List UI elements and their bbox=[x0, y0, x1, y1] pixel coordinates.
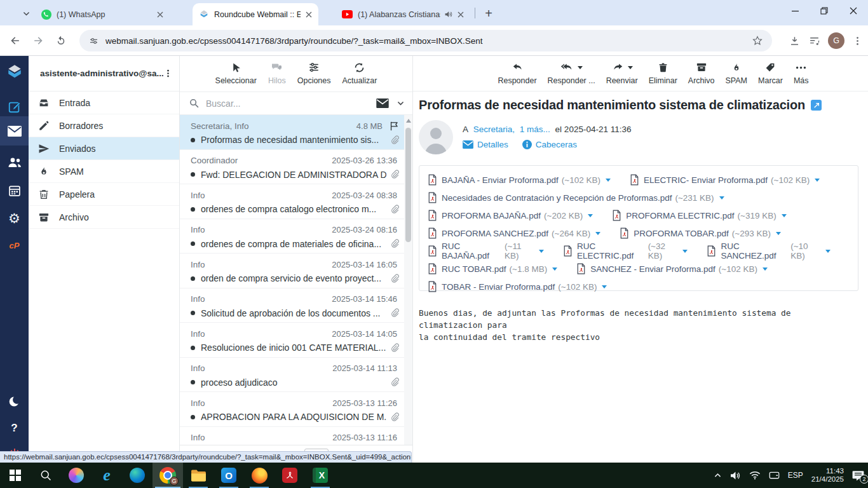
reply-all-button[interactable]: Responder ... bbox=[548, 60, 595, 85]
folder-archivo[interactable]: Archivo bbox=[29, 206, 179, 229]
folder-enviados[interactable]: Enviados bbox=[29, 137, 179, 160]
reply-button[interactable]: Responder bbox=[498, 60, 536, 85]
message-row[interactable]: Secretaria, Info4.8 MBProformas de neces… bbox=[180, 115, 405, 150]
download-icon[interactable] bbox=[789, 35, 801, 47]
rail-cpanel-button[interactable]: cP bbox=[0, 233, 29, 258]
attachment[interactable]: RUC ELECTRIC.pdf(~32 KB) bbox=[563, 241, 688, 261]
attachment-menu-caret[interactable] bbox=[552, 268, 557, 271]
attachment-menu-caret[interactable] bbox=[782, 214, 787, 217]
folder-borradores[interactable]: Borradores bbox=[29, 114, 179, 137]
open-in-new-window-icon[interactable] bbox=[811, 100, 822, 111]
attachment[interactable]: PROFORMA TOBAR.pdf(~293 KB) bbox=[620, 227, 781, 239]
tray-chevron-up-icon[interactable] bbox=[714, 471, 722, 480]
taskbar-acrobat-button[interactable] bbox=[275, 463, 305, 488]
threads-button[interactable]: Hilos bbox=[268, 60, 286, 85]
attachment-menu-caret[interactable] bbox=[588, 214, 593, 217]
attachment[interactable]: RUC BAJAÑA.pdf(~11 KB) bbox=[428, 241, 544, 261]
attachment[interactable]: PROFORMA SANCHEZ.pdf(~264 KB) bbox=[428, 227, 600, 239]
search-input[interactable] bbox=[206, 98, 376, 109]
compose-button[interactable] bbox=[0, 94, 29, 119]
taskbar-copilot-button[interactable] bbox=[61, 463, 92, 488]
folder-spam[interactable]: SPAM bbox=[29, 160, 179, 183]
attachment[interactable]: Necesidades de Contratación y Recepción … bbox=[428, 192, 724, 203]
notification-center-button[interactable]: 2 bbox=[852, 470, 864, 481]
attachment-menu-caret[interactable] bbox=[682, 250, 688, 253]
more-button[interactable]: Más bbox=[794, 60, 809, 85]
folder-entrada[interactable]: Entrada bbox=[29, 92, 179, 114]
forward-caret-icon[interactable] bbox=[628, 66, 633, 69]
message-row[interactable]: Info2025-03-24 08:16ordenes de compra de… bbox=[180, 219, 405, 254]
taskbar-ie-button[interactable]: e bbox=[92, 463, 122, 488]
language-indicator[interactable]: ESP bbox=[788, 471, 803, 480]
scrollbar-thumb[interactable] bbox=[405, 128, 411, 242]
back-icon[interactable] bbox=[8, 33, 23, 48]
taskbar-chrome-button[interactable]: G bbox=[153, 463, 183, 488]
search-options-chevron-icon[interactable] bbox=[397, 99, 405, 107]
message-row[interactable]: Coordinador2025-03-26 13:36Fwd: DELEGACI… bbox=[180, 150, 405, 185]
tab-search-button[interactable] bbox=[18, 5, 34, 22]
taskbar-search-button[interactable] bbox=[31, 463, 61, 488]
recipient-link[interactable]: Secretaria, bbox=[473, 125, 515, 134]
mark-button[interactable]: Marcar bbox=[758, 60, 783, 85]
forward-icon[interactable] bbox=[31, 33, 46, 48]
attachment[interactable]: BAJAÑA - Enviar Proforma.pdf(~102 KB) bbox=[428, 174, 611, 186]
attachment-menu-caret[interactable] bbox=[815, 179, 820, 182]
taskbar-edge-button[interactable] bbox=[122, 463, 153, 488]
options-button[interactable]: Opciones bbox=[297, 60, 331, 85]
attachment-menu-caret[interactable] bbox=[763, 268, 768, 271]
close-window-button[interactable] bbox=[839, 0, 868, 22]
spam-button[interactable]: SPAM bbox=[726, 60, 748, 85]
attachment-menu-caret[interactable] bbox=[719, 196, 724, 200]
message-row[interactable]: Info2025-03-14 15:46Solicitud de aprobac… bbox=[180, 288, 405, 323]
reply-all-caret-icon[interactable] bbox=[578, 66, 583, 69]
folder-papelera[interactable]: Papelera bbox=[29, 183, 179, 206]
rail-contacts-button[interactable] bbox=[0, 150, 29, 175]
refresh-button[interactable]: Actualizar bbox=[342, 60, 377, 85]
wifi-icon[interactable] bbox=[749, 471, 761, 480]
rail-mail-button[interactable] bbox=[0, 116, 29, 146]
more-recipients-link[interactable]: 1 más... bbox=[520, 125, 550, 134]
attachment-menu-caret[interactable] bbox=[602, 285, 607, 288]
flag-icon[interactable] bbox=[389, 121, 400, 132]
close-icon[interactable] bbox=[157, 11, 163, 18]
tab-youtube[interactable]: (1) Alabanzas Cristianas 202 bbox=[336, 3, 470, 25]
search-scope-icon[interactable] bbox=[376, 98, 389, 108]
message-row[interactable]: Info2025-03-13 11:26APROBACION PARA LA A… bbox=[180, 392, 405, 427]
taskbar-excel-button[interactable]: X bbox=[305, 463, 336, 488]
taskbar-outlook-button[interactable]: O bbox=[214, 463, 244, 488]
restore-button[interactable] bbox=[810, 0, 839, 22]
list-scrollbar[interactable] bbox=[404, 115, 412, 463]
message-row[interactable]: Info2025-03-24 08:38ordenes de compra ca… bbox=[180, 184, 405, 219]
attachment[interactable]: RUC TOBAR.pdf(~1.8 MB) bbox=[428, 263, 557, 274]
tab-roundcube[interactable]: Roundcube Webmail :: Enviados bbox=[193, 3, 318, 25]
attachment[interactable]: PROFORMA ELECTRIC.pdf(~319 KB) bbox=[612, 210, 786, 221]
volume-icon[interactable] bbox=[730, 471, 741, 480]
new-tab-button[interactable]: + bbox=[481, 6, 496, 21]
attachment[interactable]: RUC SANCHEZ.pdf(~10 KB) bbox=[707, 241, 831, 261]
attachment-menu-caret[interactable] bbox=[776, 232, 781, 235]
message-row[interactable]: Info2025-03-14 11:13proceso adjudicaco bbox=[180, 358, 405, 393]
browser-profile-avatar[interactable]: G bbox=[828, 32, 844, 49]
attachment-menu-caret[interactable] bbox=[595, 232, 600, 235]
reload-icon[interactable] bbox=[53, 33, 69, 48]
attachment[interactable]: TOBAR - Enviar Proforma.pdf(~102 KB) bbox=[428, 281, 607, 292]
browser-menu-icon[interactable] bbox=[852, 36, 863, 46]
attachment-menu-caret[interactable] bbox=[606, 179, 611, 182]
message-row[interactable]: Info2025-03-14 14:05Resoluciones de inic… bbox=[180, 323, 405, 358]
archive-button[interactable]: Archivo bbox=[688, 60, 715, 85]
rail-settings-button[interactable]: ⚙ bbox=[0, 206, 29, 231]
display-icon[interactable] bbox=[769, 471, 780, 480]
account-menu-icon[interactable] bbox=[163, 69, 173, 78]
minimize-button[interactable] bbox=[780, 0, 810, 22]
tab-audio-icon[interactable] bbox=[444, 10, 452, 18]
close-icon[interactable] bbox=[458, 11, 464, 18]
forward-button[interactable]: Reenviar bbox=[606, 60, 638, 85]
delete-button[interactable]: Eliminar bbox=[649, 60, 677, 85]
message-row[interactable]: Info2025-03-14 16:05orden de compra serv… bbox=[180, 254, 405, 288]
start-button[interactable] bbox=[0, 463, 31, 488]
close-icon[interactable] bbox=[306, 11, 312, 18]
attachment[interactable]: PROFORMA BAJAÑA.pdf(~202 KB) bbox=[428, 210, 593, 221]
taskbar-clock[interactable]: 11:43 21/4/2025 bbox=[811, 467, 844, 484]
attachment[interactable]: SANCHEZ - Enviar Proforma.pdf(~102 KB) bbox=[576, 263, 768, 274]
attachment[interactable]: ELECTRIC- Enviar Proforma.pdf(~102 KB) bbox=[630, 174, 820, 186]
